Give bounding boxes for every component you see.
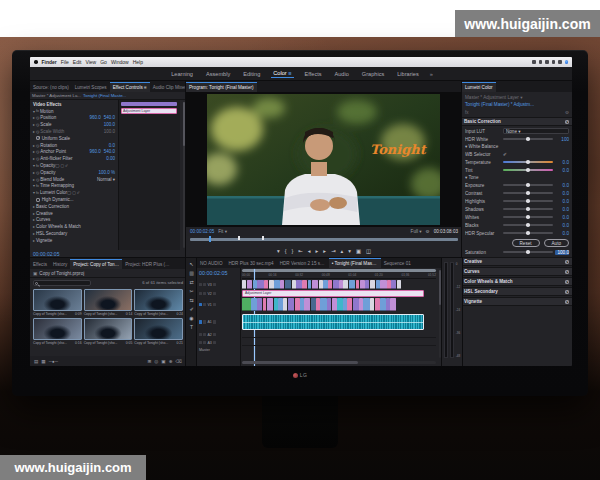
stopwatch-icon[interactable]: ◷: [36, 177, 39, 182]
tab-history[interactable]: History: [50, 260, 70, 269]
timeline-clip[interactable]: [347, 298, 352, 311]
timeline-clip[interactable]: [332, 298, 337, 311]
ec-row-scale-width[interactable]: ▸◷Scale Width100.0: [30, 128, 118, 135]
slider-value[interactable]: 0.0: [555, 231, 569, 236]
slider-knob[interactable]: [526, 160, 530, 164]
timeline-clip[interactable]: [242, 298, 251, 311]
workspace-tab-effects[interactable]: Effects: [303, 70, 324, 78]
timeline-clip[interactable]: [292, 280, 296, 289]
source-patch-toggle[interactable]: [199, 283, 202, 286]
ec-keyframe-lane[interactable]: Adjustment Layer: [118, 100, 180, 250]
disclosure-triangle-icon[interactable]: ▸: [33, 177, 35, 182]
timeline-vertical-scrollbar[interactable]: [439, 270, 442, 358]
timeline-clip[interactable]: [337, 298, 343, 311]
ec-row-hsl-secondary[interactable]: ▸HSL Secondary: [30, 230, 118, 237]
tab-effects[interactable]: Effects: [30, 260, 50, 269]
ec-row-video-effects[interactable]: Video Effects: [30, 101, 118, 108]
slider-value[interactable]: 0.0: [555, 223, 569, 228]
program-playhead[interactable]: [209, 236, 211, 242]
slider-track[interactable]: [503, 232, 553, 234]
track-header-a2[interactable]: A2: [197, 331, 240, 338]
timeline-clip[interactable]: [288, 298, 295, 311]
timeline-tab-hdr-version-sec-mp-[interactable]: HDR Version 2 15 sec.mp4: [277, 259, 329, 268]
extract-icon[interactable]: ▾: [348, 248, 351, 254]
menubar-item-view[interactable]: View: [85, 59, 96, 65]
slider-value[interactable]: 0.0: [555, 191, 569, 196]
keyboard-icon[interactable]: [532, 60, 536, 64]
disclosure-triangle-icon[interactable]: ▸: [33, 224, 35, 229]
tab-effect-controls[interactable]: Effect Controls ≡: [110, 82, 150, 92]
stopwatch-icon[interactable]: ◷: [36, 170, 39, 175]
type-tool[interactable]: T: [190, 324, 193, 330]
workspace-tab-graphics[interactable]: Graphics: [360, 70, 386, 78]
section-checkbox[interactable]: ✓: [565, 120, 569, 124]
zoom-slider[interactable]: ─●─: [49, 359, 58, 364]
timeline-clip[interactable]: [274, 280, 280, 289]
timeline-clip[interactable]: [397, 280, 401, 289]
timeline-clip[interactable]: [360, 280, 365, 289]
tab-lumetri-color[interactable]: Lumetri Color: [462, 82, 496, 92]
disclosure-triangle-icon[interactable]: ▸: [33, 115, 35, 120]
slider-knob[interactable]: [526, 183, 530, 187]
timeline-clip[interactable]: [328, 280, 332, 289]
disclosure-triangle-icon[interactable]: ▸: [33, 211, 35, 216]
bin-name[interactable]: Copy of Tonight.prproj: [39, 271, 84, 276]
slider-value[interactable]: 0.0: [555, 199, 569, 204]
adjustment-layer-clip[interactable]: Adjustment Layer: [242, 290, 424, 297]
project-item[interactable]: Copy of Tonight (sho...0:14: [84, 289, 133, 316]
track-output-toggle[interactable]: [213, 292, 216, 295]
auto-button[interactable]: Auto: [544, 239, 569, 247]
checkbox-unchecked[interactable]: [36, 198, 40, 202]
track-header-v2[interactable]: V2: [197, 290, 240, 297]
slider-knob[interactable]: [526, 223, 530, 227]
clip-thumbnail[interactable]: [33, 289, 82, 311]
search-input[interactable]: [33, 280, 91, 286]
timeline-tab-tonight-final-master-[interactable]: • Tonight (Final Master) ≡: [329, 258, 381, 268]
section-checkbox[interactable]: ✓: [565, 300, 569, 304]
zoom-level-dropdown[interactable]: Fit ▾: [218, 229, 227, 234]
slider-track[interactable]: [503, 200, 553, 202]
tab-project-copy-of-tonight[interactable]: Project: Copy of Tonight ≡: [70, 259, 122, 269]
disclosure-triangle-icon[interactable]: ▸: [33, 143, 35, 148]
tab-program[interactable]: Program: Tonight (Final Master): [186, 82, 257, 92]
timeline-tab-sequence-[interactable]: Sequence 01: [381, 259, 414, 268]
section-checkbox[interactable]: ✓: [565, 280, 569, 284]
slider-value[interactable]: 0.0: [555, 168, 569, 173]
slider-track[interactable]: [503, 192, 553, 194]
ec-row-scale[interactable]: ▸◷Scale100.0: [30, 121, 118, 128]
mark-out-icon[interactable]: }: [291, 248, 293, 254]
timeline-clip[interactable]: [251, 298, 257, 311]
section-hsl-secondary[interactable]: HSL Secondary✓: [462, 287, 572, 296]
track-output-toggle[interactable]: [213, 341, 216, 344]
battery-icon[interactable]: [539, 60, 543, 64]
slider-value[interactable]: 0.0: [555, 207, 569, 212]
menubar-item-edit[interactable]: Edit: [73, 59, 82, 65]
timeline-clip[interactable]: [257, 280, 264, 289]
ec-clip-link[interactable]: Tonight (Final Maste...: [83, 93, 126, 98]
timeline-clip[interactable]: [285, 280, 292, 289]
ec-row-motion[interactable]: ▾fxMotion: [30, 108, 118, 115]
timeline-clip[interactable]: [283, 298, 287, 311]
slider-track[interactable]: [503, 251, 553, 253]
menubar-item-window[interactable]: Window: [111, 59, 129, 65]
list-view-icon[interactable]: ▤: [34, 359, 38, 364]
track-output-toggle[interactable]: [213, 283, 216, 286]
lift-icon[interactable]: ▴: [340, 248, 343, 254]
timeline-clip[interactable]: [343, 280, 348, 289]
timeline-clip[interactable]: [308, 280, 312, 289]
timeline-tab-no-audio[interactable]: NO AUDIO: [197, 259, 225, 268]
ec-row-position[interactable]: ▸◷Position960.0540.0: [30, 115, 118, 122]
timeline-clip[interactable]: [380, 280, 387, 289]
mark-in-icon[interactable]: {: [285, 248, 287, 254]
new-item-icon[interactable]: ⊕: [169, 359, 173, 364]
tab-source-no-clips-[interactable]: Source: (no clips): [30, 83, 72, 92]
timeline-clip[interactable]: [304, 298, 310, 311]
track-header-v1[interactable]: V1: [197, 298, 240, 311]
property-value[interactable]: 0.00: [106, 156, 115, 161]
track-output-toggle[interactable]: [213, 333, 216, 336]
timeline-zoom-bar[interactable]: [242, 269, 436, 272]
track-select-tool[interactable]: ▥: [189, 270, 194, 276]
disclosure-triangle-icon[interactable]: ▸: [33, 170, 35, 175]
slider-track[interactable]: [503, 184, 553, 186]
disclosure-triangle-icon[interactable]: ▸: [33, 156, 35, 161]
